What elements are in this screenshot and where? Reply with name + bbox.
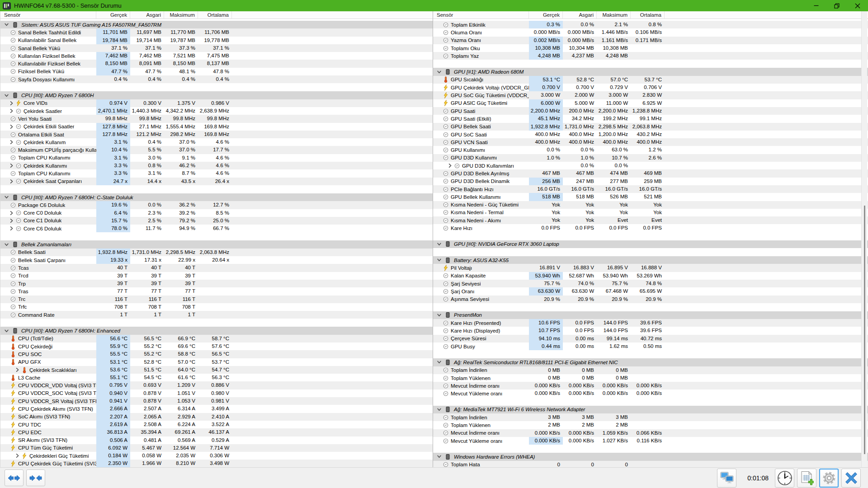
sensor-row[interactable]: APU GFX53.1 °C52.8 °C57.0 °C53.7 °C [0, 358, 433, 366]
sensor-row[interactable]: Toplam İndirilen3 MB3 MB3 MB [433, 413, 868, 421]
sensor-row[interactable]: GPU D3D Bellek Dinamik256 MB247 MB277 MB… [433, 178, 868, 185]
chevron-down-icon[interactable] [437, 407, 444, 412]
sensor-row[interactable]: Command Rate1 T1 T1 T [0, 311, 433, 319]
remote-monitoring-button[interactable] [717, 469, 736, 488]
chevron-right-icon[interactable] [9, 101, 15, 106]
column-header-current[interactable]: Gerçek [96, 11, 130, 19]
column-header-sensor[interactable]: Sensör [433, 11, 529, 19]
sensor-row[interactable]: Kullanılabilir Fiziksel Bellek8,150 MB8,… [0, 60, 433, 67]
sensor-row[interactable]: CPU SOC55.5 °C55.2 °C58.8 °C56.5 °C [0, 350, 433, 358]
sensor-row[interactable]: Kısma Nedeni - AkımıYokYokEvetEvet [433, 216, 868, 224]
sensor-row[interactable]: CPU EDC36.813 A35.394 A69.261 A46.137 A [0, 428, 433, 436]
sensor-row[interactable]: Tcas40 T40 T40 T [0, 264, 433, 272]
sensor-row[interactable]: Ortalama Etkili Saat127.8 MHz121.2 MHz29… [0, 131, 433, 138]
sensor-row[interactable]: Çekirdekleri Güç Tüketimi0.184 W0.058 W2… [0, 452, 433, 460]
sensor-row[interactable]: Core VIDs0.974 V0.300 V1.375 V0.986 V [0, 99, 433, 107]
close-sensors-button[interactable] [841, 469, 861, 488]
sensor-row[interactable]: GPU Saati (Etkili)45.1 MHz34.2 MHz199.2 … [433, 115, 868, 122]
sensor-row[interactable]: CPU Çekirdek Güç Tüketimi (SVI3 ...2.350… [0, 460, 433, 467]
expand-columns-button[interactable] [5, 469, 24, 486]
sensor-row[interactable]: Kısma Nedeni - Güç TüketimiYokYokYokYok [433, 201, 868, 209]
chevron-down-icon[interactable] [4, 328, 12, 333]
sensor-row[interactable]: CPU (Tctl/Tdie)56.6 °C56.5 °C66.9 °C58.7… [0, 335, 433, 343]
sensor-row[interactable]: Bellek Saati Çarpanı19.33 x17.31 x22.99 … [0, 256, 433, 264]
sensor-row[interactable]: GPU D3D Kullanımı1.0 %1.0 %10.7 %2.6 % [433, 154, 868, 162]
column-header-avg[interactable]: Ortalama [631, 11, 665, 19]
column-header-max[interactable]: Maksimum [597, 11, 631, 19]
sensor-row[interactable]: Çekirdek Saat Çarpanları24.7 x14.4 x43.5… [0, 178, 433, 185]
chevron-right-icon[interactable] [9, 163, 15, 168]
sensor-row[interactable]: Kısma Nedeni - TermalYokYokYokYok [433, 209, 868, 216]
sensor-row[interactable]: Trc116 T116 T116 T [0, 296, 433, 303]
sensor-row[interactable]: Toplamı Oku10,308 MB10,304 MB10,308 MB [433, 44, 868, 52]
sensor-row[interactable]: GPU SoC Saati400.0 MHz400.0 MHz1,200.0 M… [433, 131, 868, 138]
chevron-down-icon[interactable] [437, 70, 444, 75]
sensor-row[interactable]: CPU Tüm Güç Tüketimi6.092 W5.467 W12.564… [0, 444, 433, 452]
sensor-row[interactable]: Şarj Seviyesi75.7 %74.0 %75.7 %74.8 % [433, 280, 868, 287]
sensor-row[interactable]: Kare Hızı (Displayed)10.7 FPS0.0 FPS144.… [433, 327, 868, 334]
sensor-row[interactable]: Çekirdek Saatler2,470.1 MHz1,440.3 MHz4,… [0, 107, 433, 115]
section-header[interactable]: Sistem: ASUS ASUS TUF Gaming A15 FA507RM… [0, 21, 433, 28]
collapse-columns-button[interactable] [26, 469, 45, 486]
sensor-row[interactable]: GPU Çekirdek Voltajı (VDDCR_GFX)0.700 V0… [433, 84, 868, 91]
log-report-button[interactable] [797, 469, 816, 488]
sensor-row[interactable]: Kullanılan Fiziksel Bellek7,462 MB7,462 … [0, 52, 433, 60]
section-header[interactable]: Battery: ASUS A32-K55 [433, 256, 868, 264]
chevron-right-icon[interactable] [15, 453, 21, 458]
sensor-row[interactable]: Toplam CPU Kullanımı3.1 %3.0 %9.1 %4.6 % [0, 154, 433, 162]
chevron-down-icon[interactable] [4, 22, 12, 27]
sensor-row[interactable]: Kullanılabilir Sanal Bellek19,784 MB19,7… [0, 37, 433, 44]
sensor-row[interactable]: Package C6 Doluluk19.6 %0.0 %36.2 %12.7 … [0, 201, 433, 209]
sensor-row[interactable]: Trcd39 T39 T39 T [0, 272, 433, 280]
sensor-row[interactable]: Çekirdek Sıcaklıkları53.6 °C51.5 °C64.0 … [0, 366, 433, 374]
sensor-row[interactable]: GPU D3D Kullanımları0.0 %0.0 % [433, 162, 868, 169]
sensor-row[interactable]: Kare Hızı (Presented)10.6 FPS0.0 FPS144.… [433, 319, 868, 327]
sensor-row[interactable]: Mevcut Yükleme oranı0.000 KB/s0.000 KB/s… [433, 389, 868, 397]
sensor-row[interactable]: Toplam CPU Kullanımı3.3 %3.1 %8.7 %4.6 % [0, 169, 433, 177]
sensor-row[interactable]: SoC Akımı (SVI3 TFN)2.207 A2.065 A2.929 … [0, 413, 433, 421]
sensor-row[interactable]: L3 Cache55.1 °C54.5 °C61.6 °C56.3 °C [0, 374, 433, 381]
sensor-row[interactable]: PCIe Bağlantı Hızı16.0 GT/s16.0 GT/s16.0… [433, 185, 868, 193]
sensor-row[interactable]: GPU ASIC Güç Tüketimi6.000 W5.000 W11.00… [433, 99, 868, 107]
sensor-row[interactable]: Şarj Oranı63.630 W63.630 W67.468 W65.695… [433, 287, 868, 295]
sensor-row[interactable]: Yazma Oranı0.002 MB/s0.000 MB/s1.161 MB/… [433, 37, 868, 44]
sensor-row[interactable]: Bellek Saati1,932.8 MHz1,731.0 MHz2,298.… [0, 249, 433, 256]
sensor-row[interactable]: CPU VDDCR_SR Voltaj (SVI3 TFN)0.941 V0.8… [0, 397, 433, 405]
chevron-right-icon[interactable] [9, 218, 15, 223]
chevron-right-icon[interactable] [9, 108, 15, 113]
sensor-row[interactable]: GPU Saati2,200.0 MHz200.0 MHz2,200.0 MHz… [433, 107, 868, 115]
sensor-row[interactable]: Trfc708 T708 T708 T [0, 303, 433, 311]
chevron-right-icon[interactable] [9, 226, 15, 231]
sensor-row[interactable]: Pil Voltajı16.891 V16.883 V16.895 V16.88… [433, 264, 868, 272]
sensor-row[interactable]: Aşınma Seviyesi20.9 %20.9 %20.9 %20.9 % [433, 296, 868, 303]
sensor-row[interactable]: Toplam Yüklenen0 MB0 MB0 MB [433, 374, 868, 382]
sensor-row[interactable]: GPU VCN Saati400.0 MHz400.0 MHz400.0 MHz… [433, 138, 868, 146]
chevron-right-icon[interactable] [9, 211, 15, 216]
sensor-row[interactable]: Toplam İndirilen0 MB0 MB0 MB [433, 366, 868, 374]
sensor-row[interactable]: Fiziksel Bellek Yükü47.7 %47.7 %48.1 %47… [0, 68, 433, 75]
chevron-right-icon[interactable] [9, 140, 15, 145]
sensor-row[interactable]: Core C0 Doluluk6.4 %2.3 %39.2 %8.5 % [0, 209, 433, 217]
sensor-row[interactable]: CPU TDC2.619 A2.508 A6.224 A3.522 A [0, 421, 433, 428]
sensor-row[interactable]: GPU D3D Bellek Ayrılmış467 MB467 MB474 M… [433, 169, 868, 177]
sensor-row[interactable]: GPU Bellek Kullanımı518 MB518 MB526 MB52… [433, 193, 868, 201]
close-button[interactable] [847, 0, 868, 11]
settings-button[interactable] [819, 469, 839, 488]
column-header-current[interactable]: Gerçek [529, 11, 563, 19]
sensor-row[interactable]: GPU Sıcaklığı53.1 °C52.8 °C57.0 °C53.7 °… [433, 76, 868, 84]
section-header[interactable]: Ağ: MediaTek MT7921 Wi-Fi 6 Wireless Net… [433, 406, 868, 413]
sensor-row[interactable]: CPU VDDCR_VDD Voltaj (SVI3 TFN)0.795 V0.… [0, 381, 433, 389]
chevron-right-icon[interactable] [9, 179, 15, 184]
sensor-row[interactable]: Mevcut İndirme oranı0.000 KB/s0.000 KB/s… [433, 429, 868, 437]
sensor-row[interactable]: Kare Hızı0.0 FPS0.0 FPS0.0 FPS0.0 FPS [433, 224, 868, 232]
sensor-row[interactable]: CPU Çekirdeği55.9 °C55.2 °C69.6 °C57.6 °… [0, 343, 433, 350]
section-header[interactable]: Windows Hardware Errors (WHEA) [433, 453, 868, 460]
vertical-scrollbar[interactable] [861, 11, 867, 467]
column-header-min[interactable]: Asgari [130, 11, 164, 19]
chevron-down-icon[interactable] [437, 313, 444, 318]
sensor-row[interactable]: Toplam Yüklenen2 MB2 MB2 MB [433, 421, 868, 429]
column-header-sensor[interactable]: Sensör [0, 11, 96, 19]
sensor-row[interactable]: CPU Çekirdek Akımı (SVI3 TFN)2.666 A2.50… [0, 405, 433, 413]
sensor-row[interactable]: Maksimum CPU/İş parçacığı Kullanımı10.4 … [0, 146, 433, 154]
minimize-button[interactable] [806, 0, 826, 11]
